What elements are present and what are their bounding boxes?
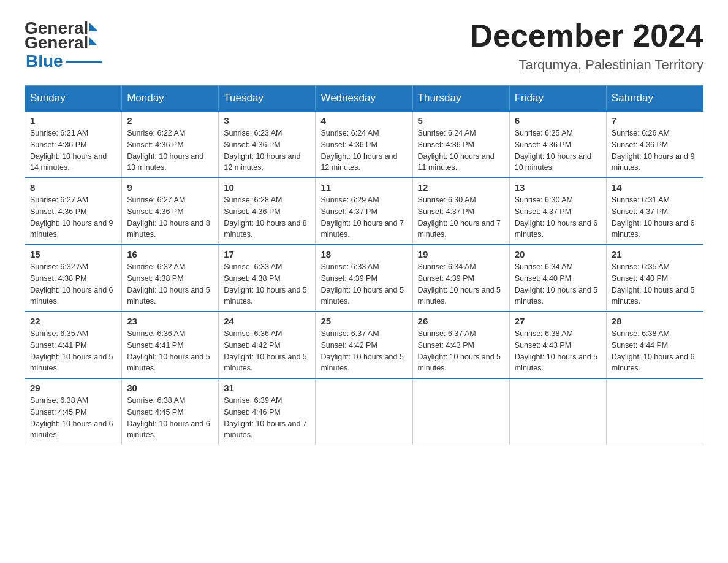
day-info: Sunrise: 6:35 AMSunset: 4:41 PMDaylight:…	[30, 328, 116, 374]
day-info: Sunrise: 6:30 AMSunset: 4:37 PMDaylight:…	[515, 194, 601, 240]
day-info: Sunrise: 6:34 AMSunset: 4:39 PMDaylight:…	[418, 261, 504, 307]
day-number: 17	[224, 249, 310, 259]
calendar-cell: 15 Sunrise: 6:32 AMSunset: 4:38 PMDaylig…	[25, 245, 122, 312]
day-info: Sunrise: 6:28 AMSunset: 4:36 PMDaylight:…	[224, 194, 310, 240]
calendar-cell: 19 Sunrise: 6:34 AMSunset: 4:39 PMDaylig…	[412, 245, 509, 312]
logo-chevron-icon	[89, 37, 97, 45]
day-number: 9	[127, 182, 213, 193]
calendar-cell: 24 Sunrise: 6:36 AMSunset: 4:42 PMDaylig…	[219, 312, 316, 378]
day-info: Sunrise: 6:31 AMSunset: 4:37 PMDaylight:…	[612, 194, 698, 240]
day-number: 29	[30, 383, 116, 393]
page-header: General General Blue December 2024 Tarqu…	[25, 18, 703, 73]
day-number: 10	[224, 182, 310, 193]
logo: General General Blue	[25, 18, 102, 71]
calendar-cell: 25 Sunrise: 6:37 AMSunset: 4:42 PMDaylig…	[316, 312, 412, 378]
calendar-cell	[509, 378, 606, 445]
weekday-header-thursday: Thursday	[412, 86, 509, 112]
day-number: 18	[320, 249, 407, 259]
day-info: Sunrise: 6:32 AMSunset: 4:38 PMDaylight:…	[30, 261, 116, 307]
day-info: Sunrise: 6:36 AMSunset: 4:42 PMDaylight:…	[224, 328, 310, 374]
calendar-cell: 23 Sunrise: 6:36 AMSunset: 4:41 PMDaylig…	[122, 312, 219, 378]
day-number: 28	[612, 316, 698, 326]
day-info: Sunrise: 6:30 AMSunset: 4:37 PMDaylight:…	[418, 194, 504, 240]
day-info: Sunrise: 6:24 AMSunset: 4:36 PMDaylight:…	[418, 128, 504, 174]
day-info: Sunrise: 6:22 AMSunset: 4:36 PMDaylight:…	[127, 128, 213, 174]
calendar-cell	[412, 378, 509, 445]
weekday-header-friday: Friday	[509, 86, 606, 112]
week-row-1: 1 Sunrise: 6:21 AMSunset: 4:36 PMDayligh…	[25, 111, 703, 178]
calendar-cell: 10 Sunrise: 6:28 AMSunset: 4:36 PMDaylig…	[219, 178, 316, 245]
day-number: 16	[127, 249, 213, 259]
day-number: 13	[515, 182, 601, 193]
calendar-cell: 9 Sunrise: 6:27 AMSunset: 4:36 PMDayligh…	[122, 178, 219, 245]
day-number: 25	[320, 316, 407, 326]
day-number: 27	[515, 316, 601, 326]
day-number: 26	[418, 316, 504, 326]
calendar-cell: 4 Sunrise: 6:24 AMSunset: 4:36 PMDayligh…	[316, 111, 412, 178]
day-info: Sunrise: 6:33 AMSunset: 4:39 PMDaylight:…	[320, 261, 407, 307]
day-number: 1	[30, 115, 116, 126]
calendar-cell: 28 Sunrise: 6:38 AMSunset: 4:44 PMDaylig…	[606, 312, 703, 378]
day-number: 23	[127, 316, 213, 326]
calendar-cell: 17 Sunrise: 6:33 AMSunset: 4:38 PMDaylig…	[219, 245, 316, 312]
calendar-cell: 20 Sunrise: 6:34 AMSunset: 4:40 PMDaylig…	[509, 245, 606, 312]
day-number: 15	[30, 249, 116, 259]
calendar-cell: 21 Sunrise: 6:35 AMSunset: 4:40 PMDaylig…	[606, 245, 703, 312]
weekday-header-monday: Monday	[122, 86, 219, 112]
month-title: December 2024	[469, 18, 703, 53]
calendar-cell: 11 Sunrise: 6:29 AMSunset: 4:37 PMDaylig…	[316, 178, 412, 245]
weekday-header-tuesday: Tuesday	[219, 86, 316, 112]
day-info: Sunrise: 6:29 AMSunset: 4:37 PMDaylight:…	[320, 194, 407, 240]
day-info: Sunrise: 6:32 AMSunset: 4:38 PMDaylight:…	[127, 261, 213, 307]
day-number: 7	[612, 115, 698, 126]
week-row-4: 22 Sunrise: 6:35 AMSunset: 4:41 PMDaylig…	[25, 312, 703, 378]
day-info: Sunrise: 6:27 AMSunset: 4:36 PMDaylight:…	[127, 194, 213, 240]
day-number: 5	[418, 115, 504, 126]
calendar-cell	[316, 378, 412, 445]
day-info: Sunrise: 6:38 AMSunset: 4:45 PMDaylight:…	[30, 395, 116, 441]
day-number: 6	[515, 115, 601, 126]
day-info: Sunrise: 6:36 AMSunset: 4:41 PMDaylight:…	[127, 328, 213, 374]
logo-blue-text: Blue	[26, 52, 63, 71]
week-row-2: 8 Sunrise: 6:27 AMSunset: 4:36 PMDayligh…	[25, 178, 703, 245]
calendar-cell: 26 Sunrise: 6:37 AMSunset: 4:43 PMDaylig…	[412, 312, 509, 378]
calendar-cell: 13 Sunrise: 6:30 AMSunset: 4:37 PMDaylig…	[509, 178, 606, 245]
day-number: 8	[30, 182, 116, 193]
logo-triangle-icon	[89, 23, 98, 31]
calendar-cell: 31 Sunrise: 6:39 AMSunset: 4:46 PMDaylig…	[219, 378, 316, 445]
week-row-3: 15 Sunrise: 6:32 AMSunset: 4:38 PMDaylig…	[25, 245, 703, 312]
calendar-cell: 2 Sunrise: 6:22 AMSunset: 4:36 PMDayligh…	[122, 111, 219, 178]
location-text: Tarqumya, Palestinian Territory	[469, 57, 703, 73]
day-info: Sunrise: 6:24 AMSunset: 4:36 PMDaylight:…	[320, 128, 407, 174]
day-info: Sunrise: 6:38 AMSunset: 4:45 PMDaylight:…	[127, 395, 213, 441]
calendar-cell: 1 Sunrise: 6:21 AMSunset: 4:36 PMDayligh…	[25, 111, 122, 178]
day-info: Sunrise: 6:33 AMSunset: 4:38 PMDaylight:…	[224, 261, 310, 307]
calendar-cell: 29 Sunrise: 6:38 AMSunset: 4:45 PMDaylig…	[25, 378, 122, 445]
calendar-cell: 14 Sunrise: 6:31 AMSunset: 4:37 PMDaylig…	[606, 178, 703, 245]
day-number: 30	[127, 383, 213, 393]
day-info: Sunrise: 6:39 AMSunset: 4:46 PMDaylight:…	[224, 395, 310, 441]
day-info: Sunrise: 6:38 AMSunset: 4:43 PMDaylight:…	[515, 328, 601, 374]
calendar-cell: 18 Sunrise: 6:33 AMSunset: 4:39 PMDaylig…	[316, 245, 412, 312]
day-info: Sunrise: 6:27 AMSunset: 4:36 PMDaylight:…	[30, 194, 116, 240]
day-number: 31	[224, 383, 310, 393]
calendar-cell: 16 Sunrise: 6:32 AMSunset: 4:38 PMDaylig…	[122, 245, 219, 312]
calendar-cell: 5 Sunrise: 6:24 AMSunset: 4:36 PMDayligh…	[412, 111, 509, 178]
day-info: Sunrise: 6:23 AMSunset: 4:36 PMDaylight:…	[224, 128, 310, 174]
day-number: 14	[612, 182, 698, 193]
logo-general-word: General	[25, 33, 88, 53]
logo-underline	[66, 61, 102, 63]
day-number: 24	[224, 316, 310, 326]
calendar-cell: 30 Sunrise: 6:38 AMSunset: 4:45 PMDaylig…	[122, 378, 219, 445]
day-number: 22	[30, 316, 116, 326]
calendar-table: SundayMondayTuesdayWednesdayThursdayFrid…	[25, 85, 703, 445]
weekday-header-row: SundayMondayTuesdayWednesdayThursdayFrid…	[25, 86, 703, 112]
week-row-5: 29 Sunrise: 6:38 AMSunset: 4:45 PMDaylig…	[25, 378, 703, 445]
day-info: Sunrise: 6:21 AMSunset: 4:36 PMDaylight:…	[30, 128, 116, 174]
calendar-cell: 6 Sunrise: 6:25 AMSunset: 4:36 PMDayligh…	[509, 111, 606, 178]
calendar-cell	[606, 378, 703, 445]
calendar-cell: 12 Sunrise: 6:30 AMSunset: 4:37 PMDaylig…	[412, 178, 509, 245]
title-section: December 2024 Tarqumya, Palestinian Terr…	[469, 18, 703, 73]
weekday-header-saturday: Saturday	[606, 86, 703, 112]
day-info: Sunrise: 6:34 AMSunset: 4:40 PMDaylight:…	[515, 261, 601, 307]
